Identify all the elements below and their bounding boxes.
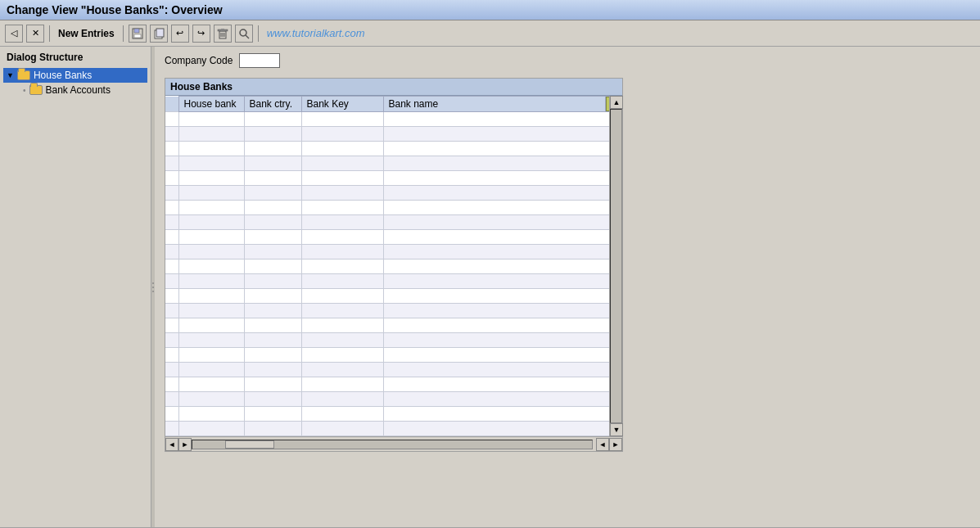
td-house-bank[interactable] — [178, 215, 244, 230]
td-bank-key[interactable] — [301, 392, 383, 407]
td-bank-ctry[interactable] — [244, 230, 301, 245]
scroll-right-btn-2[interactable]: ► — [609, 438, 622, 451]
td-bank-key[interactable] — [301, 363, 383, 377]
table-row[interactable] — [165, 215, 622, 230]
td-bank-name[interactable] — [383, 156, 622, 171]
td-bank-ctry[interactable] — [244, 392, 301, 407]
td-bank-name[interactable] — [383, 377, 622, 392]
table-row[interactable] — [165, 142, 622, 156]
td-house-bank[interactable] — [178, 127, 244, 142]
td-bank-ctry[interactable] — [244, 201, 301, 215]
td-bank-key[interactable] — [301, 407, 383, 422]
scroll-thumb-h[interactable] — [225, 440, 274, 449]
td-bank-name[interactable] — [383, 363, 622, 377]
td-bank-name[interactable] — [383, 392, 622, 407]
td-bank-name[interactable] — [383, 127, 622, 142]
redo-btn[interactable]: ↪ — [192, 25, 210, 43]
td-bank-ctry[interactable] — [244, 422, 301, 436]
sidebar-item-house-banks[interactable]: ▼ House Banks — [3, 68, 147, 83]
td-house-bank[interactable] — [178, 112, 244, 127]
td-bank-ctry[interactable] — [244, 377, 301, 392]
td-house-bank[interactable] — [178, 363, 244, 377]
td-bank-key[interactable] — [301, 171, 383, 186]
td-bank-key[interactable] — [301, 245, 383, 259]
table-row[interactable] — [165, 304, 622, 318]
table-row[interactable] — [165, 318, 622, 333]
td-bank-key[interactable] — [301, 348, 383, 363]
td-house-bank[interactable] — [178, 230, 244, 245]
scroll-down-btn[interactable]: ▼ — [610, 423, 623, 436]
td-bank-key[interactable] — [301, 112, 383, 127]
back-btn[interactable]: ◁ — [5, 25, 23, 43]
td-house-bank[interactable] — [178, 348, 244, 363]
td-bank-ctry[interactable] — [244, 245, 301, 259]
table-row[interactable] — [165, 348, 622, 363]
find-btn[interactable] — [235, 25, 253, 43]
td-house-bank[interactable] — [178, 201, 244, 215]
copy-btn[interactable] — [150, 25, 168, 43]
scroll-right-btn[interactable]: ► — [178, 438, 192, 451]
td-house-bank[interactable] — [178, 259, 244, 274]
td-bank-name[interactable] — [383, 274, 622, 289]
td-bank-key[interactable] — [301, 333, 383, 348]
table-row[interactable] — [165, 274, 622, 289]
td-house-bank[interactable] — [178, 245, 244, 259]
table-row[interactable] — [165, 377, 622, 392]
th-bank-name[interactable]: Bank name — [383, 97, 606, 112]
td-house-bank[interactable] — [178, 156, 244, 171]
td-bank-key[interactable] — [301, 156, 383, 171]
td-bank-ctry[interactable] — [244, 259, 301, 274]
td-bank-key[interactable] — [301, 274, 383, 289]
table-row[interactable] — [165, 259, 622, 274]
td-house-bank[interactable] — [178, 304, 244, 318]
scroll-left-btn-2[interactable]: ◄ — [596, 438, 609, 451]
td-house-bank[interactable] — [178, 186, 244, 201]
scroll-left-btn[interactable]: ◄ — [165, 438, 178, 451]
td-bank-name[interactable] — [383, 186, 622, 201]
td-house-bank[interactable] — [178, 274, 244, 289]
td-house-bank[interactable] — [178, 333, 244, 348]
table-row[interactable] — [165, 230, 622, 245]
td-bank-key[interactable] — [301, 318, 383, 333]
td-bank-ctry[interactable] — [244, 318, 301, 333]
td-bank-key[interactable] — [301, 230, 383, 245]
exit-btn[interactable]: ✕ — [26, 25, 44, 43]
td-house-bank[interactable] — [178, 392, 244, 407]
table-row[interactable] — [165, 407, 622, 422]
sidebar-item-bank-accounts[interactable]: • Bank Accounts — [3, 83, 147, 97]
td-bank-ctry[interactable] — [244, 186, 301, 201]
td-bank-ctry[interactable] — [244, 363, 301, 377]
table-row[interactable] — [165, 333, 622, 348]
td-bank-ctry[interactable] — [244, 407, 301, 422]
table-row[interactable] — [165, 156, 622, 171]
td-bank-name[interactable] — [383, 112, 622, 127]
table-row[interactable] — [165, 363, 622, 377]
td-house-bank[interactable] — [178, 422, 244, 436]
td-bank-name[interactable] — [383, 348, 622, 363]
td-house-bank[interactable] — [178, 318, 244, 333]
th-house-bank[interactable]: House bank — [178, 97, 244, 112]
td-bank-name[interactable] — [383, 142, 622, 156]
td-bank-ctry[interactable] — [244, 215, 301, 230]
table-row[interactable] — [165, 112, 622, 127]
table-row[interactable] — [165, 422, 622, 436]
th-bank-key[interactable]: Bank Key — [301, 97, 383, 112]
table-row[interactable] — [165, 186, 622, 201]
td-bank-ctry[interactable] — [244, 333, 301, 348]
table-row[interactable] — [165, 392, 622, 407]
td-bank-key[interactable] — [301, 422, 383, 436]
td-bank-ctry[interactable] — [244, 127, 301, 142]
td-bank-key[interactable] — [301, 215, 383, 230]
td-bank-name[interactable] — [383, 215, 622, 230]
td-bank-name[interactable] — [383, 304, 622, 318]
td-bank-name[interactable] — [383, 201, 622, 215]
td-bank-key[interactable] — [301, 259, 383, 274]
td-bank-name[interactable] — [383, 230, 622, 245]
td-bank-name[interactable] — [383, 422, 622, 436]
td-bank-ctry[interactable] — [244, 289, 301, 304]
td-bank-ctry[interactable] — [244, 304, 301, 318]
th-bank-ctry[interactable]: Bank ctry. — [244, 97, 301, 112]
td-bank-ctry[interactable] — [244, 274, 301, 289]
td-bank-key[interactable] — [301, 304, 383, 318]
table-row[interactable] — [165, 127, 622, 142]
